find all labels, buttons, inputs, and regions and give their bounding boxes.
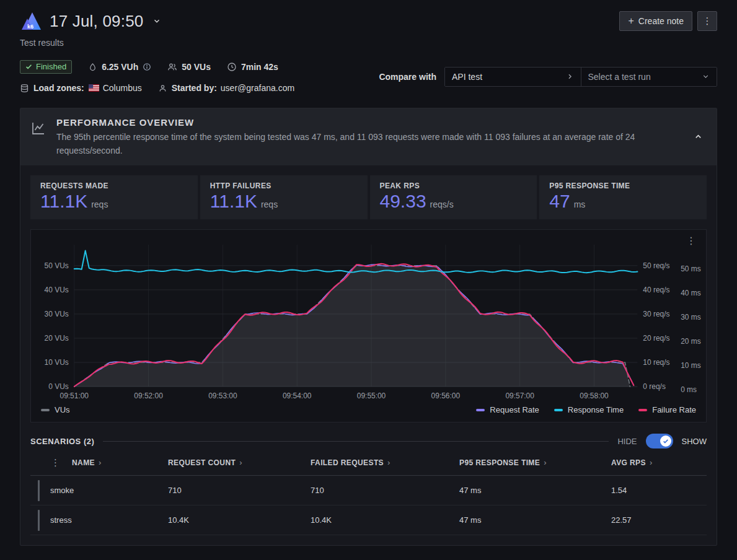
table-row-smoke[interactable]: smoke 710 710 47 ms 1.54 [30,476,707,505]
check-icon [25,63,32,70]
us-flag-icon [89,84,99,92]
load-zones: Load zones: Columbus [20,83,142,93]
performance-chart[interactable]: 0 VUs0 req/s0 ms10 VUs10 req/s10 ms20 VU… [31,234,706,404]
chart-kebab-button[interactable]: ⋮ [682,234,700,248]
column-header-failed-requests[interactable]: FAILED REQUESTS› [311,458,459,467]
compare-with: Compare with API test Select a test run [379,67,717,87]
line-chart-icon [30,121,46,138]
svg-text:09:53:00: 09:53:00 [208,392,237,400]
compare-control: API test Select a test run [444,67,717,87]
svg-text:20 ms: 20 ms [681,337,701,346]
sort-chevron-icon: › [544,458,547,467]
legend-label: VUs [55,405,70,414]
chart-legend: VUs Request Rate Response Time Failure R… [31,404,706,421]
vus-metric: 50 VUs [167,62,211,72]
show-label: SHOW [682,437,707,446]
scenarios-table-header: ⋮ NAME› REQUEST COUNT› FAILED REQUESTS› … [30,450,707,476]
svg-text:09:58:00: 09:58:00 [580,392,609,400]
sort-chevron-icon: › [99,458,102,467]
compare-run-placeholder: Select a test run [588,72,651,82]
legend-item-vus[interactable]: VUs [41,405,70,414]
column-header-p95-response-time[interactable]: P95 RESPONSE TIME› [459,458,611,467]
svg-text:30 ms: 30 ms [681,313,701,322]
clock-icon [227,62,237,72]
stat-label: HTTP FAILURES [210,182,358,190]
run-summary-left: Finished 6.25 VUh 50 VUs 7min 42s [20,60,294,93]
svg-text:30 req/s: 30 req/s [643,310,669,318]
load-zones-label: Load zones: [33,83,84,93]
info-icon[interactable] [143,63,151,71]
vuh-metric: 6.25 VUh [88,62,151,72]
stat-http-failures: HTTP FAILURES 11.1K reqs [200,175,368,219]
svg-text:40 ms: 40 ms [681,289,701,297]
divider [103,441,609,442]
legend-label: Response Time [568,405,624,414]
cell-avg-rps: 22.57 [611,515,707,525]
row-accent [38,510,40,531]
sort-chevron-icon: › [650,458,653,467]
stat-label: PEAK RPS [380,182,527,190]
plus-icon: + [628,16,633,26]
chevron-down-icon [702,72,710,81]
create-note-button[interactable]: + Create note [619,11,692,31]
collapse-chevron-up-icon[interactable] [690,128,707,147]
scenarios-table: ⋮ NAME› REQUEST COUNT› FAILED REQUESTS› … [30,450,707,535]
svg-text:0 ms: 0 ms [681,385,697,394]
svg-text:20 VUs: 20 VUs [45,334,69,343]
svg-text:50 req/s: 50 req/s [643,261,669,270]
droplet-icon [88,63,97,72]
run-summary: Finished 6.25 VUh 50 VUs 7min 42s [20,60,717,93]
page-title: 17 Jul, 09:50 [50,12,144,31]
stat-unit: reqs [91,199,108,209]
stat-label: P95 RESPONSE TIME [549,182,697,190]
stat-requests-made: REQUESTS MADE 11.1K reqs [30,175,198,219]
header-actions: + Create note ⋮ [619,11,717,31]
overview-panel-header[interactable]: PERFORMANCE OVERVIEW The 95th percentile… [20,108,717,165]
column-header-avg-rps[interactable]: AVG RPS› [611,458,707,467]
table-kebab-icon[interactable]: ⋮ [30,457,72,468]
started-by: Started by: user@grafana.com [158,83,294,93]
table-row-stress[interactable]: stress 10.4K 10.4K 47 ms 22.57 [30,505,707,535]
column-header-request-count[interactable]: REQUEST COUNT› [168,458,311,467]
cell-p95-response-time: 47 ms [459,515,611,525]
legend-swatch [554,409,563,411]
scenarios-show-toggle[interactable] [646,434,673,448]
performance-overview-panel: PERFORMANCE OVERVIEW The 95th percentile… [20,108,717,546]
cell-name: stress [50,515,168,525]
row-accent [38,480,40,501]
legend-item-failure-rate[interactable]: Failure Rate [638,405,696,414]
legend-item-response-time[interactable]: Response Time [554,405,624,414]
stat-peak-rps: PEAK RPS 49.33 reqs/s [370,175,537,219]
k6-logo: k6 [20,10,42,32]
users-icon [167,62,177,72]
svg-text:40 req/s: 40 req/s [643,286,669,294]
header-kebab-button[interactable]: ⋮ [697,11,717,31]
svg-text:09:52:00: 09:52:00 [134,392,163,400]
legend-item-request-rate[interactable]: Request Rate [476,405,539,414]
duration-metric: 7min 42s [227,62,278,72]
kebab-icon: ⋮ [703,15,712,27]
database-icon [20,84,29,93]
overview-header-text: PERFORMANCE OVERVIEW The 95th percentile… [56,117,667,157]
toggle-knob [660,435,671,447]
title-dropdown-chevron[interactable] [151,15,162,27]
create-note-label: Create note [638,16,684,26]
legend-swatch [476,409,485,411]
stat-unit: ms [574,199,586,209]
compare-test-name: API test [452,72,482,82]
load-zone-value: Columbus [103,83,142,93]
column-header-name[interactable]: NAME› [72,458,168,467]
page-header: k6 17 Jul, 09:50 Test results + Create n… [20,10,717,48]
header-left: k6 17 Jul, 09:50 Test results [20,10,162,48]
svg-text:k6: k6 [27,24,33,30]
legend-swatch [638,409,647,411]
compare-run-select[interactable]: Select a test run [581,68,717,86]
svg-text:10 ms: 10 ms [681,361,701,370]
cell-request-count: 10.4K [168,515,311,525]
svg-text:50 ms: 50 ms [681,265,701,273]
status-badge: Finished [20,60,72,74]
compare-test-select[interactable]: API test [445,68,581,86]
legend-label: Failure Rate [652,405,696,414]
svg-text:20 req/s: 20 req/s [643,334,669,343]
svg-text:09:51:00: 09:51:00 [60,392,89,400]
